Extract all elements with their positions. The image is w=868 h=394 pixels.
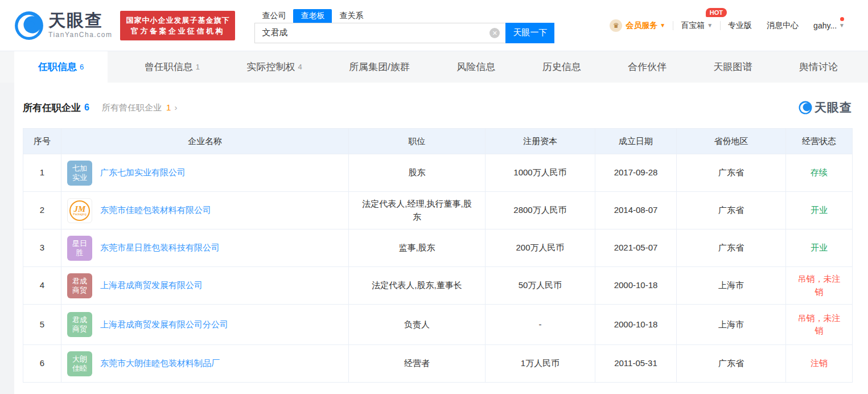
search-row: ✕ 天眼一下 [254,23,554,43]
menu-user-account[interactable]: gahy... ▼ [806,21,852,30]
jm-packaging-logo-icon: JM Packaging [69,200,90,221]
avatar-line1: 星日 [72,239,87,248]
company-link[interactable]: 上海君成商贸发展有限公司分公司 [100,318,228,331]
search-tabs: 查公司 查老板 查关系 [254,8,554,23]
company-cell: 君成 商贸 上海君成商贸发展有限公司分公司 [61,305,349,345]
tab-public-opinion[interactable]: 舆情讨论 [789,51,848,83]
avatar-line1: 七加 [72,164,87,173]
row-index: 3 [23,229,61,267]
watermark-logo: 天眼查 [799,100,852,116]
search-area: 查公司 查老板 查关系 ✕ 天眼一下 [254,8,554,43]
hot-badge: HOT [706,8,727,17]
col-header-capital: 注册资本 [486,129,595,154]
search-input[interactable] [254,23,505,43]
row-index: 6 [23,345,61,383]
search-tab-boss[interactable]: 查老板 [293,9,332,23]
avatar-line2: 实业 [72,173,87,182]
tab-label: 风险信息 [456,60,495,73]
tab-history-info[interactable]: 历史信息 [532,51,591,83]
position-cell: 经营者 [349,345,486,383]
tab-graph[interactable]: 天眼图谱 [704,51,763,83]
badge-line2: 官方备案企业征信机构 [126,26,229,36]
tianyancha-logo[interactable]: 天眼查 TianYanCha.com [14,11,112,40]
province-cell: 广东省 [677,192,786,229]
tab-risk-info[interactable]: 风险信息 [446,51,505,83]
capital-cell: 2800万人民币 [486,192,595,229]
spacer [505,51,532,83]
company-avatar: 星日 胜 [67,236,92,261]
tab-label: 实际控制权 [246,60,295,73]
logo-title: 天眼查 [48,12,112,29]
spacer [677,51,703,83]
status-badge: 吊销，未注销 [786,305,853,345]
tab-actual-control[interactable]: 实际控制权 4 [236,51,312,83]
capital-cell: 200万人民币 [486,229,595,267]
company-cell: 七加 实业 广东七加实业有限公司 [61,154,349,192]
company-cell: JM Packaging 东莞市佳睦包装材料有限公司 [61,192,349,229]
date-cell: 2021-05-07 [595,229,677,267]
search-tab-relation[interactable]: 查关系 [332,9,371,23]
profile-tab-bar: 任职信息 6 曾任职信息 1 实际控制权 4 所属集团/族群 风险信息 历史信息… [0,51,868,83]
spacer [210,51,236,83]
col-header-position: 职位 [349,129,486,154]
avatar-line1: 君成 [72,315,87,325]
col-header-status: 经营状态 [786,129,853,154]
tab-positions[interactable]: 任职信息 6 [14,51,108,83]
chevron-right-icon: › [175,102,178,112]
menu-message-center[interactable]: 消息中心 [759,20,806,31]
table-row: 4 君成 商贸 上海君成商贸发展有限公司 法定代表人,股东,董事长 50万人民币… [23,267,853,305]
province-cell: 广东省 [677,154,786,192]
date-cell: 2000-10-18 [595,267,677,305]
menu-toolbox[interactable]: HOT 百宝箱 ▼ [673,20,720,31]
province-cell: 广东省 [677,229,786,267]
toolbox-label: 百宝箱 [681,20,705,31]
col-header-company: 企业名称 [61,129,349,154]
tab-partners[interactable]: 合作伙伴 [618,51,677,83]
crown-icon: ♛ [610,19,622,32]
logo-monogram: JM [74,205,86,213]
table-row: 3 星日 胜 东莞市星日胜包装科技有限公司 监事,股东 200万人民币 2021… [23,229,853,267]
col-header-date: 成立日期 [595,129,677,154]
search-tab-company[interactable]: 查公司 [254,9,293,23]
col-header-index: 序号 [23,129,61,154]
company-link[interactable]: 上海君成商贸发展有限公司 [100,279,203,292]
logo-text: 天眼查 TianYanCha.com [48,12,112,39]
avatar-line2: 商贸 [72,286,87,295]
capital-cell: 50万人民币 [486,267,595,305]
position-cell: 股东 [349,154,486,192]
capital-cell: - [486,305,595,345]
tab-group-cluster[interactable]: 所属集团/族群 [339,51,420,83]
company-cell: 君成 商贸 上海君成商贸发展有限公司 [61,267,349,305]
link-label: 所有曾任职企业 [102,102,162,112]
company-link[interactable]: 东莞市大朗佳睦包装材料制品厂 [100,357,220,370]
status-badge: 注销 [786,345,853,383]
avatar-line2: 商贸 [72,325,87,334]
table-row: 6 大朗 佳睦 东莞市大朗佳睦包装材料制品厂 经营者 1万人民币 2011-05… [23,345,853,383]
top-menu: ♛ 会员服务 ▼ HOT 百宝箱 ▼ 专业版 消息中心 gahy... ▼ [602,19,852,32]
main-content: 所有任职企业 6 所有曾任职企业 1 › 天眼查 序号 企业名称 职位 [14,83,868,394]
tab-count: 4 [298,63,302,71]
status-badge: 开业 [786,192,853,229]
tab-label: 舆情讨论 [799,60,838,73]
company-link[interactable]: 广东七加实业有限公司 [100,166,186,179]
table-header-row: 序号 企业名称 职位 注册资本 成立日期 省份地区 经营状态 [23,129,853,154]
status-badge: 存续 [786,154,853,192]
eye-logo-icon [14,11,44,40]
position-cell: 监事,股东 [349,229,486,267]
clear-search-icon[interactable]: ✕ [489,28,500,38]
tab-label: 任职信息 [38,60,77,73]
capital-cell: 1000万人民币 [486,154,595,192]
company-link[interactable]: 东莞市星日胜包装科技有限公司 [100,241,220,255]
company-link[interactable]: 东莞市佳睦包装材料有限公司 [100,204,211,217]
positions-table: 序号 企业名称 职位 注册资本 成立日期 省份地区 经营状态 1 七加 实业 [23,128,853,383]
menu-pro-version[interactable]: 专业版 [721,20,759,31]
search-button[interactable]: 天眼一下 [505,23,554,43]
company-cell: 星日 胜 东莞市星日胜包装科技有限公司 [61,229,349,267]
date-cell: 2014-08-07 [595,192,677,229]
tab-label: 天眼图谱 [714,60,752,73]
watermark-text: 天眼查 [814,100,852,116]
tab-former-positions[interactable]: 曾任职信息 1 [134,51,210,83]
former-companies-link[interactable]: 所有曾任职企业 1 › [102,102,178,113]
menu-vip-services[interactable]: ♛ 会员服务 ▼ [602,19,673,32]
notification-dot [840,17,844,21]
